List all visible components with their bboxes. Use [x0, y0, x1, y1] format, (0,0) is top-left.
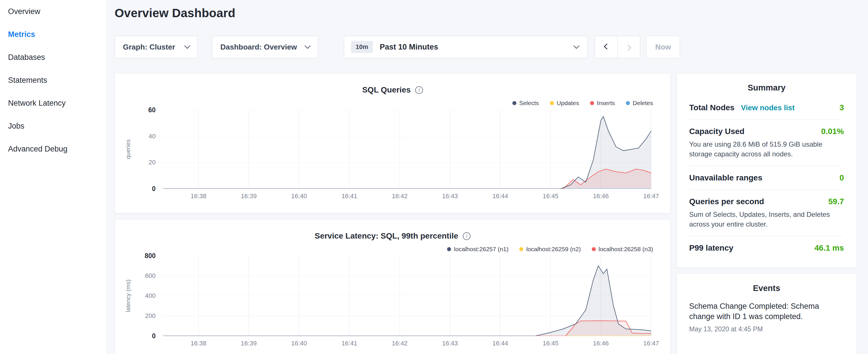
y-axis-ticks: 0204060	[129, 110, 158, 189]
x-axis-ticks: 16:3816:3916:4016:4116:4216:4316:4416:45…	[161, 192, 654, 201]
legend-dot-icon	[592, 247, 596, 251]
chevron-down-icon	[305, 43, 311, 49]
x-tick: 16:43	[442, 192, 458, 200]
time-range-next-button[interactable]	[617, 36, 640, 58]
x-tick: 16:40	[291, 192, 307, 200]
summary-panel: Summary Total Nodes View nodes list 3 Ca…	[676, 73, 857, 268]
summary-row-p99-latency: P99 latency 46.1 ms	[689, 236, 844, 260]
x-tick: 16:46	[593, 192, 609, 200]
time-window-badge: 10m	[351, 41, 373, 53]
y-tick: 0	[152, 185, 156, 193]
legend-item-updates[interactable]: Updates	[550, 100, 579, 106]
summary-row-label: Capacity Used	[689, 127, 744, 136]
x-tick: 16:44	[492, 340, 508, 347]
page: Overview Metrics Databases Statements Ne…	[0, 0, 868, 354]
sidebar-item-jobs[interactable]: Jobs	[0, 115, 106, 137]
legend-dot-icon	[550, 101, 554, 105]
graph-scope-label: Graph: Cluster	[123, 43, 175, 52]
chevron-left-icon	[604, 43, 610, 49]
legend-item-localhost-26257-n1[interactable]: localhost:26257 (n1)	[447, 246, 508, 253]
summary-row-value: 46.1 ms	[814, 244, 844, 253]
x-tick: 16:39	[241, 192, 257, 200]
legend-item-localhost-26258-n3[interactable]: localhost:26258 (n3)	[592, 246, 653, 253]
x-tick: 16:43	[442, 340, 458, 347]
legend-item-inserts[interactable]: Inserts	[590, 100, 615, 106]
summary-row-description: Sum of Selects, Updates, Inserts, and De…	[689, 210, 844, 229]
legend-dot-icon	[513, 101, 517, 105]
summary-row-label: Queries per second	[689, 197, 764, 206]
x-tick: 16:44	[492, 192, 508, 200]
legend-dot-icon	[626, 101, 630, 105]
x-tick: 16:38	[191, 340, 206, 347]
x-tick: 16:42	[392, 340, 407, 347]
events-panel: Events Schema Change Completed: Schema c…	[676, 273, 857, 354]
sql-queries-plot[interactable]	[161, 110, 654, 189]
summary-row-capacity-used: Capacity Used 0.01% You are using 28.6 M…	[689, 120, 844, 166]
legend-dot-icon	[519, 247, 523, 251]
plot-area	[161, 256, 654, 336]
summary-row-value: 59.7	[829, 197, 844, 206]
sidebar-item-advanced-debug[interactable]: Advanced Debug	[0, 137, 106, 160]
summary-row-label: Total Nodes	[689, 103, 735, 112]
summary-row-description: You are using 28.6 MiB of 515.9 GiB usab…	[689, 139, 844, 159]
legend-dot-icon	[590, 101, 594, 105]
now-button[interactable]: Now	[646, 36, 680, 58]
x-tick: 16:39	[241, 340, 257, 347]
x-tick: 16:47	[643, 340, 659, 347]
legend-label: Inserts	[597, 100, 615, 106]
summary-row-value: 3	[839, 103, 844, 112]
y-tick: 20	[149, 159, 156, 166]
summary-row-queries-per-second: Queries per second 59.7 Sum of Selects, …	[689, 190, 844, 236]
y-tick: 0	[152, 332, 156, 340]
chart-title-row: Service Latency: SQL, 99th percentile i	[115, 231, 670, 240]
summary-row-label: P99 latency	[689, 244, 733, 253]
x-tick: 16:42	[392, 192, 407, 200]
x-tick: 16:46	[593, 340, 609, 347]
y-tick: 60	[148, 106, 156, 114]
info-icon[interactable]: i	[463, 232, 470, 240]
x-tick: 16:41	[342, 340, 358, 347]
sidebar-item-metrics[interactable]: Metrics	[0, 23, 106, 46]
legend-label: localhost:26258 (n3)	[599, 246, 653, 253]
sidebar-item-overview[interactable]: Overview	[0, 0, 106, 23]
event-item[interactable]: Schema Change Completed: Schema change w…	[689, 301, 844, 333]
sidebar-item-network-latency[interactable]: Network Latency	[0, 92, 106, 115]
summary-row-unavailable-ranges: Unavailable ranges 0	[689, 166, 844, 190]
sql-queries-chart-card: SQL Queries i SelectsUpdatesInsertsDelet…	[115, 73, 671, 213]
x-tick: 16:45	[543, 192, 559, 200]
summary-row-value: 0	[839, 173, 844, 183]
chart-title: SQL Queries	[362, 85, 411, 95]
legend-dot-icon	[447, 247, 451, 251]
chart-title: Service Latency: SQL, 99th percentile	[315, 231, 458, 240]
y-tick: 400	[145, 292, 156, 299]
legend-item-deletes[interactable]: Deletes	[626, 100, 653, 106]
chevron-down-icon	[184, 43, 190, 49]
time-range-dropdown[interactable]: 10m Past 10 Minutes	[344, 36, 587, 58]
y-axis-ticks: 0200400600800	[129, 256, 158, 336]
y-tick: 40	[149, 133, 156, 140]
event-timestamp: May 13, 2020 at 4:45 PM	[689, 325, 844, 333]
legend-label: localhost:26257 (n1)	[454, 246, 508, 253]
legend-label: Updates	[557, 100, 579, 106]
legend-item-localhost-26259-n2[interactable]: localhost:26259 (n2)	[519, 246, 581, 253]
info-icon[interactable]: i	[415, 86, 423, 94]
dashboard-dropdown[interactable]: Dashboard: Overview	[212, 36, 318, 58]
y-tick: 600	[145, 272, 156, 280]
y-tick: 800	[145, 252, 156, 260]
sidebar-item-databases[interactable]: Databases	[0, 46, 106, 69]
legend-item-selects[interactable]: Selects	[513, 100, 539, 106]
summary-title: Summary	[689, 83, 844, 93]
sidebar-item-statements[interactable]: Statements	[0, 69, 106, 92]
summary-row-label: Unavailable ranges	[689, 173, 762, 183]
chart-legend: SelectsUpdatesInsertsDeletes	[513, 100, 653, 106]
x-tick: 16:40	[291, 340, 307, 347]
y-tick: 200	[145, 312, 156, 320]
service-latency-plot[interactable]	[161, 256, 654, 336]
chevron-right-icon	[625, 45, 631, 51]
legend-label: Selects	[519, 100, 539, 106]
time-range-prev-button[interactable]	[595, 36, 618, 58]
plot-area	[161, 110, 654, 189]
chart-legend: localhost:26257 (n1)localhost:26259 (n2)…	[447, 246, 653, 253]
graph-scope-dropdown[interactable]: Graph: Cluster	[115, 36, 198, 58]
view-nodes-list-link[interactable]: View nodes list	[741, 103, 795, 112]
